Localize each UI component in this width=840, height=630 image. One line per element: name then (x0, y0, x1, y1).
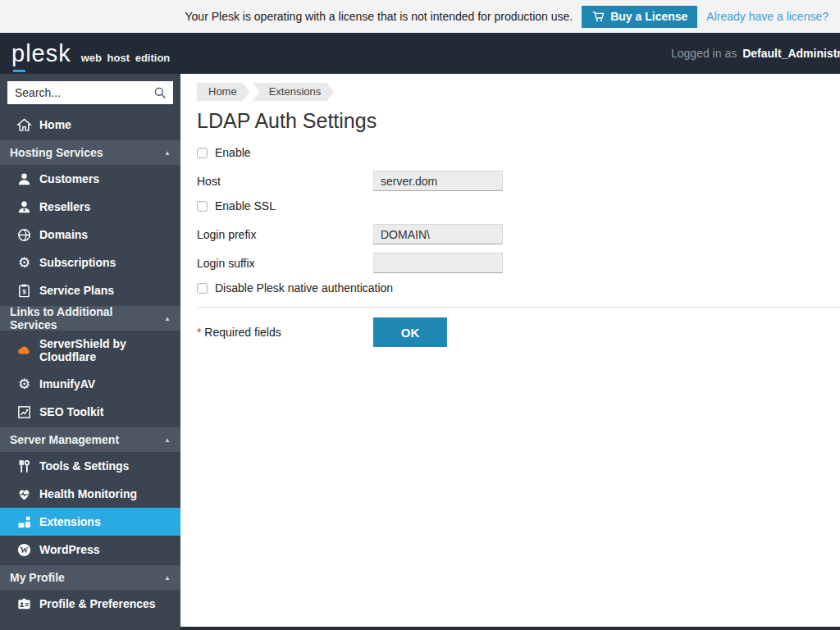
sidebar-section-server-management[interactable]: Server Management ▲ (0, 427, 180, 452)
caret-up-icon: ▲ (164, 574, 171, 582)
sidebar-item-wordpress[interactable]: W WordPress (0, 536, 180, 564)
host-row: Host (197, 171, 840, 191)
disable-native-auth-checkbox[interactable] (197, 283, 208, 294)
cloud-icon (16, 343, 32, 358)
globe-icon (16, 227, 32, 243)
sidebar-section-hosting-services[interactable]: Hosting Services ▲ (0, 140, 180, 165)
user-icon (16, 171, 32, 187)
page-title: LDAP Auth Settings (197, 109, 840, 133)
user-tie-icon (16, 199, 32, 215)
search-icon[interactable] (153, 86, 167, 99)
breadcrumb-extensions[interactable]: Extensions (253, 83, 335, 101)
breadcrumb: Home Extensions (197, 83, 840, 101)
app-header: plesk web host edition Logged in as Defa… (0, 33, 840, 74)
sidebar: Home Hosting Services ▲ Customers Resell… (0, 74, 180, 630)
login-suffix-label: Login suffix (197, 257, 373, 270)
caret-up-icon: ▲ (164, 315, 171, 322)
enable-ssl-checkbox[interactable] (197, 201, 208, 212)
sidebar-item-home[interactable]: Home (0, 111, 180, 139)
sidebar-item-customers[interactable]: Customers (0, 165, 180, 193)
clipboard-icon: $ (16, 283, 32, 299)
buy-license-button[interactable]: Buy a License (582, 6, 697, 28)
login-prefix-row: Login prefix (197, 224, 840, 244)
login-suffix-input[interactable] (373, 253, 503, 273)
login-suffix-row: Login suffix (197, 253, 840, 273)
sidebar-search (0, 74, 180, 104)
sidebar-item-resellers[interactable]: Resellers (0, 193, 180, 221)
license-message: Your Plesk is operating with a license t… (185, 10, 573, 23)
buy-license-label: Buy a License (610, 10, 687, 23)
enable-checkbox[interactable] (197, 148, 208, 158)
home-icon (16, 117, 32, 133)
required-fields-note: * Required fields (197, 326, 373, 339)
sidebar-item-subscriptions[interactable]: ⚙ Subscriptions (0, 249, 180, 276)
submit-row: * Required fields OK (197, 317, 840, 347)
gear-icon: ⚙ (16, 377, 32, 392)
ok-button[interactable]: OK (373, 317, 447, 347)
sidebar-item-health-monitoring[interactable]: Health Monitoring (0, 480, 180, 508)
tools-icon (16, 459, 32, 474)
sidebar-item-imunifyav[interactable]: ⚙ ImunifyAV (0, 370, 180, 398)
sidebar-item-extensions[interactable]: Extensions (0, 508, 180, 536)
sidebar-item-service-plans[interactable]: $ Service Plans (0, 276, 180, 304)
form-divider (197, 307, 840, 308)
main-content: Home Extensions LDAP Auth Settings Enabl… (180, 74, 840, 627)
disable-native-auth-label[interactable]: Disable Plesk native authentication (215, 281, 393, 294)
gear-icon: ⚙ (16, 255, 32, 271)
username: Default_Administrator (742, 47, 840, 60)
heart-pulse-icon (16, 486, 32, 502)
caret-up-icon: ▲ (164, 436, 171, 444)
sidebar-item-profile-preferences[interactable]: Profile & Preferences (0, 590, 180, 618)
disable-native-auth-row: Disable Plesk native authentication (197, 281, 840, 294)
login-prefix-label: Login prefix (197, 228, 373, 241)
id-card-icon (16, 596, 32, 612)
sidebar-item-domains[interactable]: Domains (0, 221, 180, 249)
license-banner: Your Plesk is operating with a license t… (0, 0, 840, 33)
enable-ssl-row: Enable SSL (197, 199, 840, 212)
enable-label[interactable]: Enable (215, 146, 251, 159)
sidebar-item-servershield[interactable]: ServerShield by Cloudflare (0, 331, 180, 370)
sidebar-item-seo-toolkit[interactable]: SEO Toolkit (0, 398, 180, 426)
blocks-icon (16, 514, 32, 530)
sidebar-section-links-additional-services[interactable]: Links to Additional Services ▲ (0, 306, 180, 331)
already-have-license-link[interactable]: Already have a license? (706, 10, 829, 23)
sidebar-nav: Home Hosting Services ▲ Customers Resell… (0, 111, 180, 618)
login-prefix-input[interactable] (373, 224, 503, 244)
wordpress-icon: W (16, 542, 32, 558)
host-input[interactable] (373, 171, 503, 191)
sidebar-item-tools-settings[interactable]: Tools & Settings (0, 452, 180, 480)
breadcrumb-home[interactable]: Home (197, 83, 250, 101)
search-input[interactable] (7, 81, 173, 104)
logged-in-as-label: Logged in as (671, 47, 737, 60)
svg-text:W: W (21, 545, 29, 554)
required-asterisk: * (197, 326, 201, 339)
enable-ssl-label[interactable]: Enable SSL (215, 199, 276, 212)
logged-in-user[interactable]: Logged in as Default_Administrator (671, 33, 840, 74)
enable-row: Enable (197, 146, 840, 159)
caret-up-icon: ▲ (164, 149, 171, 157)
host-label: Host (197, 175, 373, 188)
chart-icon (16, 404, 32, 420)
edition-label: web host edition (81, 52, 171, 64)
cart-icon (591, 10, 605, 23)
plesk-logo[interactable]: plesk web host edition (11, 42, 170, 66)
sidebar-section-my-profile[interactable]: My Profile ▲ (0, 565, 180, 590)
svg-text:$: $ (22, 288, 26, 295)
plesk-logo-text: plesk (11, 42, 71, 66)
